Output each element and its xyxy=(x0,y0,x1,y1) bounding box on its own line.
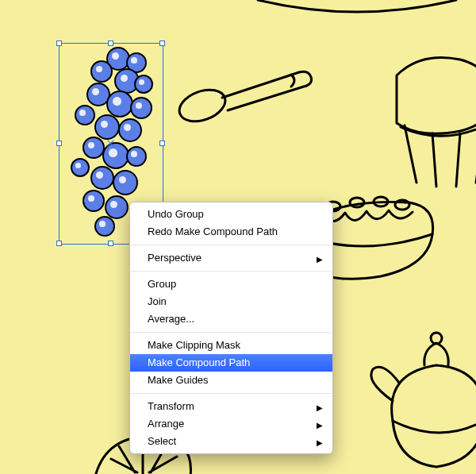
menu-item-label: Average... xyxy=(148,313,194,325)
menu-item-label: Arrange xyxy=(148,418,184,430)
selection-handle-bl[interactable] xyxy=(56,241,62,246)
teapot-doodle xyxy=(361,326,476,474)
submenu-arrow-icon: ▶ xyxy=(317,418,323,433)
menu-item-make-clipping-mask[interactable]: Make Clipping Mask xyxy=(130,337,332,354)
context-menu: Undo Group Redo Make Compound Path Persp… xyxy=(129,202,333,454)
menu-item-label: Join xyxy=(148,295,167,307)
submenu-arrow-icon: ▶ xyxy=(317,252,323,267)
selection-handle-tm[interactable] xyxy=(108,40,113,46)
cupcake-doodle xyxy=(389,48,476,191)
menu-item-group[interactable]: Group xyxy=(130,276,332,293)
canvas[interactable]: Undo Group Redo Make Compound Path Persp… xyxy=(0,0,476,474)
menu-item-join[interactable]: Join xyxy=(130,293,332,310)
menu-item-make-guides[interactable]: Make Guides xyxy=(130,372,332,389)
selection-handle-bm[interactable] xyxy=(108,241,113,246)
menu-item-label: Select xyxy=(148,435,176,447)
menu-item-undo-group[interactable]: Undo Group xyxy=(130,206,332,223)
selection-handle-mr[interactable] xyxy=(159,141,165,146)
menu-separator xyxy=(131,271,332,272)
submenu-arrow-icon: ▶ xyxy=(317,436,323,450)
svg-point-0 xyxy=(175,84,230,127)
selection-handle-ml[interactable] xyxy=(56,141,62,146)
menu-item-arrange[interactable]: Arrange▶ xyxy=(130,415,332,433)
menu-item-label: Redo Make Compound Path xyxy=(148,225,278,237)
menu-separator xyxy=(131,393,332,394)
menu-item-redo-make-compound-path[interactable]: Redo Make Compound Path xyxy=(130,223,332,241)
menu-item-label: Make Guides xyxy=(148,374,209,386)
menu-item-label: Transform xyxy=(148,400,194,412)
menu-item-label: Make Clipping Mask xyxy=(148,339,240,351)
menu-separator xyxy=(131,245,332,245)
menu-separator xyxy=(131,332,332,333)
menu-item-label: Make Compound Path xyxy=(148,356,250,368)
menu-item-label: Perspective xyxy=(148,252,202,264)
selection-handle-tl[interactable] xyxy=(56,40,62,46)
menu-item-make-compound-path[interactable]: Make Compound Path xyxy=(130,354,332,372)
menu-item-transform[interactable]: Transform▶ xyxy=(130,398,332,415)
selection-center-icon xyxy=(107,140,114,147)
selection-handle-tr[interactable] xyxy=(159,40,165,46)
submenu-arrow-icon: ▶ xyxy=(317,401,323,415)
plate-doodle xyxy=(254,0,460,24)
menu-item-label: Group xyxy=(148,278,176,290)
menu-item-average[interactable]: Average... xyxy=(130,310,332,328)
menu-item-select[interactable]: Select▶ xyxy=(130,433,332,450)
menu-item-perspective[interactable]: Perspective▶ xyxy=(130,249,332,267)
menu-item-label: Undo Group xyxy=(148,208,204,220)
spoon-doodle xyxy=(172,56,323,136)
